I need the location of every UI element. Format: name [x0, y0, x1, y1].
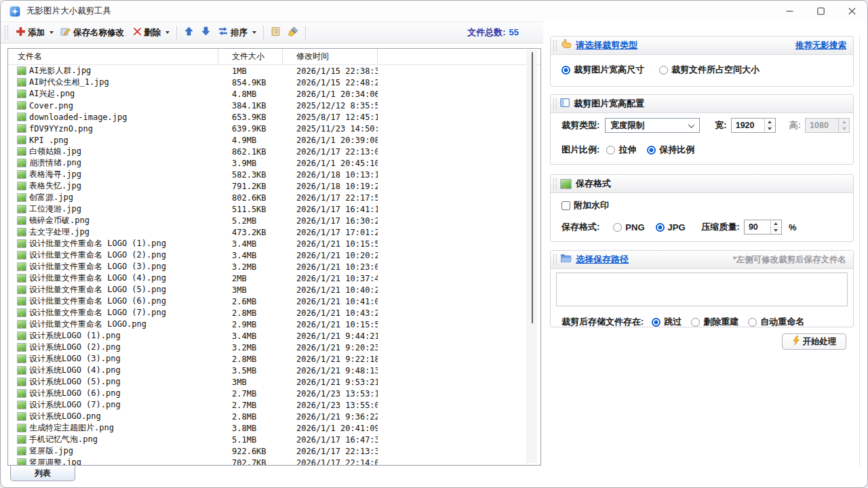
list-scrollbar-thumb[interactable]: [532, 52, 533, 323]
table-row[interactable]: 设计系统LOGO (5).png 3MB 2026/1/21 9:53:21: [8, 376, 540, 388]
stepper-down-icon[interactable]: [765, 126, 775, 133]
save-rename-button[interactable]: 保存名称修改: [57, 24, 130, 41]
file-name-cell: fDV9YYznO.png: [8, 124, 218, 134]
image-file-icon: [17, 78, 26, 87]
stepper-down-icon[interactable]: [771, 228, 781, 235]
stepper-up-icon[interactable]: [771, 220, 781, 228]
column-header-filename[interactable]: 文件名: [8, 49, 218, 64]
add-plus-icon: [16, 26, 26, 39]
list-scrollbar-track[interactable]: [526, 49, 537, 463]
png-radio-label: PNG: [625, 222, 644, 232]
file-size-cell: 3.2MB: [218, 262, 283, 272]
table-row[interactable]: Cover.png 384.1KB 2025/12/12 8:35:56: [8, 100, 540, 111]
table-row[interactable]: 镜碎金币破.png 5.2MB 2026/1/17 16:30:24: [8, 215, 540, 226]
table-row[interactable]: 设计系统LOGO.png 2.8MB 2026/1/21 9:36:22: [8, 411, 540, 422]
maximize-button[interactable]: [805, 1, 836, 22]
table-row[interactable]: AI时代众生相_1.jpg 854.9KB 2026/1/15 22:48:25: [8, 77, 540, 88]
radio-icon[interactable]: [606, 146, 615, 155]
crop-space-radio-option[interactable]: 裁剪文件所占空间大小: [659, 64, 760, 76]
table-row[interactable]: 设计批量文件重命名 LOGO (7).png 2.8MB 2026/1/21 1…: [8, 307, 540, 319]
skip-radio-option[interactable]: 跳过: [652, 316, 682, 328]
table-row[interactable]: 白领姑娘.jpg 862.1KB 2026/1/17 22:13:00: [8, 146, 540, 157]
column-header-modified[interactable]: 修改时间: [283, 49, 378, 64]
radio-icon[interactable]: [647, 146, 656, 155]
title-bar[interactable]: 无影图片大小裁剪工具: [1, 1, 867, 22]
sort-button[interactable]: 排序: [214, 24, 260, 41]
radio-icon[interactable]: [613, 223, 622, 232]
tab-list[interactable]: 列表: [10, 466, 75, 481]
image-file-icon: [17, 89, 26, 98]
table-row[interactable]: 设计系统LOGO (4).png 3.5MB 2026/1/21 9:48:13: [8, 365, 540, 376]
width-input[interactable]: [732, 119, 764, 132]
table-row[interactable]: 设计系统LOGO (2).png 3.2MB 2026/1/21 9:20:23: [8, 342, 540, 353]
table-row[interactable]: 设计批量文件重命名 LOGO.png 2.9MB 2026/1/21 10:15…: [8, 319, 540, 330]
table-row[interactable]: 设计系统LOGO (3).png 2.8MB 2026/1/21 9:22:18: [8, 353, 540, 365]
save-path-note: *左侧可修改裁剪后保存文件名: [733, 254, 846, 266]
radio-icon[interactable]: [561, 66, 570, 75]
table-row[interactable]: 设计批量文件重命名 LOGO (3).png 3.2MB 2026/1/21 1…: [8, 261, 540, 272]
quality-input[interactable]: [745, 220, 770, 234]
table-row[interactable]: 设计批量文件重命名 LOGO (5).png 3MB 2026/1/21 10:…: [8, 284, 540, 296]
png-radio-option[interactable]: PNG: [613, 222, 644, 232]
table-row[interactable]: 设计批量文件重命名 LOGO (1).png 3.4MB 2026/1/21 1…: [8, 238, 540, 249]
move-down-button[interactable]: [197, 24, 214, 41]
table-row[interactable]: AI光影人群.jpg 1MB 2026/1/15 22:38:37: [8, 65, 540, 77]
crop-size-radio-option[interactable]: 裁剪图片宽高尺寸: [561, 64, 644, 76]
table-row[interactable]: 设计批量文件重命名 LOGO (6).png 2.6MB 2026/1/21 1…: [8, 296, 540, 307]
table-row[interactable]: AI兴起.png 4.8MB 2026/1/1 20:34:06: [8, 88, 540, 100]
table-row[interactable]: 工位漫游.jpg 511.5KB 2026/1/17 16:41:11: [8, 203, 540, 215]
clear-button[interactable]: [284, 24, 302, 41]
radio-icon[interactable]: [652, 318, 660, 327]
radio-icon[interactable]: [659, 66, 668, 75]
save-path-link[interactable]: 选择保存路径: [576, 253, 629, 266]
close-button[interactable]: [836, 1, 867, 22]
table-row[interactable]: downloaded-image.jpg 653.9KB 2025/8/17 1…: [8, 111, 540, 123]
table-row[interactable]: 表格失忆.jpg 791.2KB 2026/1/18 10:19:28: [8, 180, 540, 192]
minimize-button[interactable]: [774, 1, 805, 22]
start-process-button[interactable]: 开始处理: [782, 333, 846, 350]
table-row[interactable]: 设计系统LOGO (6).png 2.7MB 2026/1/23 13:53:1…: [8, 388, 540, 399]
file-name-text: 竖屏调整.jpg: [29, 457, 81, 466]
recommend-search-link[interactable]: 推荐无影搜索: [795, 40, 846, 52]
delete-label: 删除: [144, 27, 161, 39]
jpg-radio-option[interactable]: JPG: [656, 222, 686, 232]
watermark-checkbox[interactable]: [561, 201, 570, 210]
radio-icon[interactable]: [656, 223, 665, 232]
table-row[interactable]: 崩溃情绪.png 3.9MB 2026/1/1 20:45:10: [8, 157, 540, 169]
delete-rebuild-radio-option[interactable]: 删除重建: [691, 316, 738, 328]
auto-rename-radio-option[interactable]: 自动重命名: [748, 316, 804, 328]
radio-icon[interactable]: [748, 318, 757, 327]
move-up-button[interactable]: [180, 24, 197, 41]
image-file-icon: [17, 308, 26, 317]
table-row[interactable]: 去文字处理.jpg 473.2KB 2026/1/17 17:01:21: [8, 226, 540, 238]
log-button[interactable]: [267, 24, 284, 41]
table-row[interactable]: 创富源.jpg 802.6KB 2026/1/17 22:17:53: [8, 192, 540, 203]
file-name-text: KPI .png: [29, 136, 68, 145]
keep-ratio-radio-option[interactable]: 保持比例: [647, 144, 694, 156]
file-name-text: 设计批量文件重命名 LOGO (7).png: [29, 307, 166, 319]
stretch-radio-option[interactable]: 拉伸: [606, 144, 636, 156]
table-row[interactable]: KPI .png 4.9MB 2026/1/1 20:39:08: [8, 134, 540, 146]
column-header-filesize[interactable]: 文件大小: [218, 49, 283, 64]
delete-button[interactable]: 删除: [130, 24, 173, 41]
file-name-cell: 白领姑娘.jpg: [8, 146, 218, 157]
table-row[interactable]: 设计批量文件重命名 LOGO (4).png 2MB 2026/1/21 10:…: [8, 272, 540, 284]
table-row[interactable]: 设计批量文件重命名 LOGO (2).png 3.4MB 2026/1/21 1…: [8, 249, 540, 261]
file-name-cell: 竖屏调整.jpg: [8, 457, 218, 466]
crop-type-select[interactable]: 宽度限制: [605, 118, 700, 133]
table-row[interactable]: 竖屏调整.jpg 702.7KB 2026/1/17 22:14:03: [8, 457, 540, 466]
file-name-cell: 创富源.jpg: [8, 192, 218, 203]
table-row[interactable]: 表格海寻.jpg 582.3KB 2026/1/18 10:13:16: [8, 169, 540, 180]
stepper-up-icon[interactable]: [765, 119, 775, 126]
radio-icon[interactable]: [691, 318, 700, 327]
save-path-input[interactable]: [556, 272, 848, 306]
table-row[interactable]: 生成特定主题图片.png 3.8MB 2026/1/1 20:41:09: [8, 422, 540, 434]
section-grip: [553, 98, 557, 109]
table-row[interactable]: 手机记忆气泡.png 5.1MB 2026/1/17 16:47:39: [8, 434, 540, 445]
toolbar-grip[interactable]: [5, 26, 8, 39]
table-row[interactable]: 设计系统LOGO (7).png 2.7MB 2026/1/23 13:55:0…: [8, 399, 540, 411]
add-button[interactable]: 添加: [12, 24, 57, 41]
table-row[interactable]: fDV9YYznO.png 639.9KB 2025/11/23 14:50:3…: [8, 123, 540, 134]
table-row[interactable]: 竖屏版.jpg 922.6KB 2026/1/17 22:13:35: [8, 445, 540, 457]
table-row[interactable]: 设计系统LOGO (1).png 3.4MB 2026/1/21 9:44:21: [8, 330, 540, 342]
